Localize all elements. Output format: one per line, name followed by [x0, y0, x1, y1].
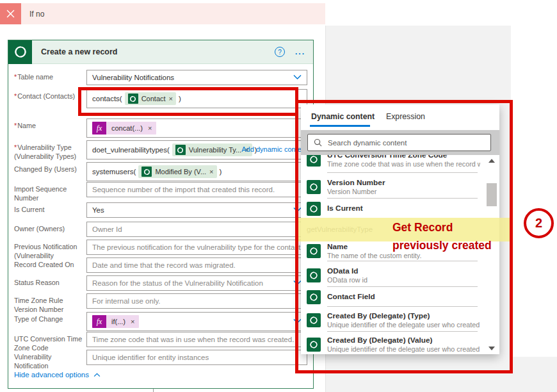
- field-label: Record Created On: [14, 260, 85, 269]
- annotation-note-line2: previously created: [392, 236, 492, 254]
- hide-advanced-options-link[interactable]: Hide advanced options: [14, 371, 101, 379]
- field-label: Status Reason: [14, 278, 85, 287]
- field-input-time-zone-rule-version-number[interactable]: For internal use only.: [86, 293, 307, 309]
- field-label: Time Zone Rule Version Number: [14, 296, 85, 314]
- token-label: Vulnerability Ty...: [189, 146, 241, 154]
- field-input-table-name[interactable]: Vulnerability Notifications: [86, 70, 307, 85]
- field-input-owner-owners[interactable]: Owner Id: [86, 222, 307, 237]
- remove-expression-icon[interactable]: ×: [129, 315, 139, 328]
- expression-token[interactable]: fxif(...)×: [92, 315, 139, 328]
- field-value: Vulnerability Notifications: [92, 74, 174, 81]
- if-no-branch-header: If no: [0, 3, 325, 24]
- annotation-note: Get Record previously created: [392, 218, 492, 254]
- menu-ellipsis-icon[interactable]: ...: [295, 47, 305, 56]
- field-input-name[interactable]: fxconcat(...)×: [86, 118, 307, 138]
- close-icon[interactable]: [0, 3, 21, 24]
- field-placeholder: For internal use only.: [92, 297, 161, 305]
- hide-advanced-label: Hide advanced options: [14, 371, 89, 379]
- expression-label: concat(...): [106, 122, 147, 135]
- field-label: Is Current: [14, 205, 85, 214]
- field-label: Changed By (Users): [14, 165, 85, 174]
- remove-token-icon[interactable]: ×: [209, 168, 213, 176]
- field-label: Vulnerability Type (Vulnerability Types): [14, 143, 85, 161]
- annotation-note-line1: Get Record: [392, 218, 492, 236]
- field-input-is-current[interactable]: Yes: [86, 202, 307, 218]
- step-number-badge: 2: [524, 208, 554, 238]
- action-title: Create a new record: [41, 47, 118, 56]
- field-label: Import Sequence Number: [14, 184, 85, 202]
- dataverse-icon: [175, 145, 186, 155]
- dataverse-icon: [141, 167, 152, 177]
- canvas-background: [511, 357, 557, 392]
- field-input-import-sequence-number[interactable]: Sequence number of the import that creat…: [86, 182, 307, 197]
- dynamic-content-token[interactable]: Vulnerability Ty...×: [172, 143, 252, 156]
- token-prefix: doet_vulnerabilitytypes(: [92, 146, 170, 154]
- field-placeholder: Date and time that the record was migrat…: [92, 261, 236, 269]
- dynamic-content-token[interactable]: Modified By (V...×: [138, 165, 216, 178]
- flow-designer-canvas: If no Create a new record ? ... Table na…: [0, 0, 557, 392]
- annotation-rectangle-contact-field: [78, 87, 298, 116]
- remove-expression-icon[interactable]: ×: [147, 122, 156, 135]
- dataverse-icon: [8, 40, 32, 64]
- expression-token[interactable]: fxconcat(...)×: [92, 122, 156, 135]
- x-glyph: [6, 10, 15, 18]
- field-label: Previous Notification (Vulnerability: [14, 242, 85, 260]
- field-input-changed-by-users[interactable]: systemusers(Modified By (V...×): [86, 162, 307, 181]
- field-label: Type of Change: [14, 314, 85, 323]
- field-label: Vulnerability Notification: [14, 352, 85, 370]
- field-label: Table name: [14, 72, 85, 81]
- field-placeholder: The previous notification for the vulner…: [92, 243, 303, 251]
- token-suffix: ): [220, 168, 222, 176]
- token-label: Modified By (V...: [155, 168, 206, 176]
- fx-icon: fx: [92, 122, 106, 135]
- field-input-type-of-change[interactable]: fxif(...)×: [86, 312, 307, 331]
- help-icon[interactable]: ?: [275, 47, 285, 57]
- field-label: Name: [14, 121, 85, 130]
- field-label: Owner (Owners): [14, 224, 85, 233]
- chevron-up-icon: [93, 373, 101, 377]
- branch-label: If no: [29, 10, 44, 19]
- field-placeholder: Unique identifier for entity instances: [92, 354, 209, 361]
- field-placeholder: Reason for the status of the Vulnerabili…: [92, 279, 263, 287]
- token-prefix: systemusers(: [92, 168, 136, 176]
- field-input-previous-notification-vulnerability[interactable]: The previous notification for the vulner…: [86, 240, 307, 255]
- flow-connector-line: [153, 389, 154, 392]
- expression-label: if(...): [106, 315, 129, 328]
- field-input-vulnerability-notification[interactable]: Unique identifier for entity instances: [86, 350, 307, 365]
- fx-icon: fx: [92, 315, 106, 328]
- field-input-utc-conversion-time-zone-code[interactable]: Time zone code that was in use when the …: [86, 332, 307, 347]
- chevron-down-icon: [293, 74, 302, 81]
- field-placeholder: Time zone code that was in use when the …: [92, 336, 294, 343]
- field-placeholder: Owner Id: [92, 225, 122, 233]
- field-label: UTC Conversion Time Zone Code: [14, 334, 85, 352]
- field-input-record-created-on[interactable]: Date and time that the record was migrat…: [86, 257, 307, 273]
- field-input-status-reason[interactable]: Reason for the status of the Vulnerabili…: [86, 275, 307, 291]
- field-placeholder: Sequence number of the import that creat…: [92, 186, 275, 193]
- field-label: Contact (Contacts): [14, 92, 85, 101]
- field-value: Yes: [92, 206, 104, 214]
- action-card-header[interactable]: Create a new record ? ...: [8, 40, 313, 64]
